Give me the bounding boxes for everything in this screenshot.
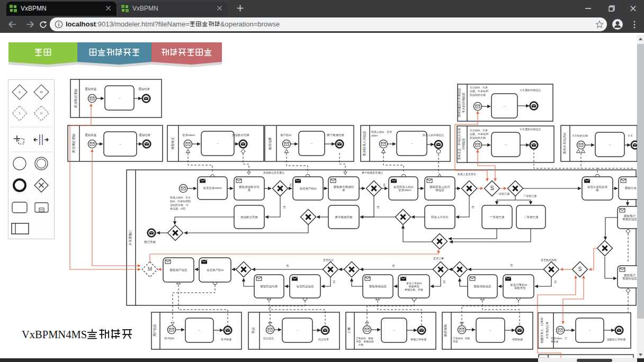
svg-text:通知快递: 通知快递 <box>85 87 97 91</box>
svg-text:火车票预订: 火车票预订 <box>128 230 132 246</box>
svg-text:--: -- <box>297 329 299 332</box>
svg-text:托运结果: 托运结果 <box>318 338 329 341</box>
svg-text:否: 否 <box>471 205 475 209</box>
svg-text:称: 称 <box>596 188 599 192</box>
svg-text:火车票的详细信息: 火车票的详细信息 <box>520 128 541 131</box>
svg-text:发送用户的id: 发送用户的id <box>207 268 223 272</box>
svg-text:用户快递: 用户快递 <box>220 338 231 341</box>
svg-text:车次的id、出发: 车次的id、出发 <box>470 86 488 89</box>
svg-text:发送登录token: 发送登录token <box>203 186 221 190</box>
svg-text:发日期、cfID: 发日期、cfID <box>170 207 185 211</box>
svg-text:联系人的详细信息: 联系人的详细信息 <box>423 133 444 137</box>
svg-text:订单的id、食物: 订单的id、食物 <box>355 337 373 340</box>
svg-text:否: 否 <box>286 264 289 268</box>
svg-text:否: 否 <box>283 205 286 209</box>
svg-text:否: 否 <box>377 205 380 209</box>
svg-text:日期、出发站和: 日期、出发站和 <box>470 132 488 136</box>
svg-text:创建的订单快递: 创建的订单快递 <box>607 338 625 341</box>
svg-text:获取出发: 获取出发 <box>625 186 637 190</box>
svg-text:发送取消通知: 发送取消通知 <box>74 89 78 108</box>
svg-text:果: 果 <box>248 188 251 192</box>
svg-text:登录token、订: 登录token、订 <box>551 337 567 340</box>
svg-text:果: 果 <box>342 188 345 192</box>
svg-text:身份验证: 身份验证 <box>171 137 175 150</box>
svg-text:是否订餐: 是否订餐 <box>433 257 444 260</box>
svg-text:类型、食物名称: 类型、食物名称 <box>356 340 374 343</box>
svg-text:查询联系人的信息: 查询联系人的信息 <box>362 131 366 156</box>
svg-text:是: 是 <box>554 280 557 284</box>
svg-text:、价格: 、价格 <box>356 343 364 347</box>
svg-text:是: 是 <box>289 183 292 187</box>
svg-text:获取用户信息: 获取用户信息 <box>170 268 188 272</box>
svg-text:保险快递: 保险快递 <box>512 338 523 341</box>
svg-text:--: -- <box>393 329 395 332</box>
svg-text:用户的id: 用户的id <box>164 337 174 340</box>
svg-text:达站的名称、出: 达站的名称、出 <box>170 203 189 207</box>
svg-text:、保险类型: 、保险类型 <box>511 286 526 289</box>
svg-text:--: -- <box>489 329 491 332</box>
svg-text:--: -- <box>119 142 121 146</box>
svg-text:获取食物信息: 获取食物信息 <box>369 285 387 288</box>
svg-text:火车站的名称: 火车站的名称 <box>572 134 588 138</box>
svg-text:是: 是 <box>443 280 446 284</box>
svg-text:查询匹配的火车票信息: 查询匹配的火车票信息 <box>458 88 461 117</box>
svg-text:火车票的详细信息: 火车票的详细信息 <box>520 88 541 92</box>
svg-text:--: -- <box>504 104 506 107</box>
svg-text:发送用户的id: 发送用户的id <box>300 187 317 191</box>
svg-text:身份验证结果: 身份验证结果 <box>232 133 250 137</box>
svg-text:单快递: 单快递 <box>550 340 559 343</box>
svg-text:食物名称、价格: 食物名称、价格 <box>405 288 423 292</box>
svg-text:身份验证是否通过: 身份验证是否通过 <box>263 171 284 175</box>
svg-text:否: 否 <box>392 264 395 268</box>
svg-text:食物订单快递: 食物订单快递 <box>410 338 426 341</box>
svg-text:订餐: 订餐 <box>347 327 351 333</box>
svg-text:车票的信息: 车票的信息 <box>622 218 637 221</box>
svg-text:详细信息: 详细信息 <box>462 138 466 150</box>
svg-text:购买保险: 购买保险 <box>443 324 448 337</box>
svg-text:查询直达、中转的火车票: 查询直达、中转的火车票 <box>458 128 461 160</box>
svg-text:车票的信息: 车票的信息 <box>622 277 637 280</box>
svg-text:--: -- <box>411 142 413 145</box>
svg-text:火车票的订单: 火车票的订单 <box>545 321 549 339</box>
svg-text:车次的详细信息: 车次的详细信息 <box>462 92 466 113</box>
svg-text:到达站的名称: 到达站的名称 <box>470 93 486 97</box>
svg-text:是否托运: 是否托运 <box>323 258 334 262</box>
svg-text:一等座已满: 一等座已满 <box>496 192 509 196</box>
svg-text:联系人是否存在: 联系人是否存在 <box>458 173 476 176</box>
svg-text:--: -- <box>609 143 611 146</box>
svg-text:发送绑定通知: 发送绑定通知 <box>71 134 76 153</box>
svg-text:--: -- <box>199 329 201 332</box>
svg-text:联系人的id、登录: 联系人的id、登录 <box>371 130 392 134</box>
svg-text:细信息: 细信息 <box>435 188 444 192</box>
svg-text:类型: 类型 <box>453 340 458 343</box>
svg-text:通知快递: 通知快递 <box>85 133 97 137</box>
svg-text:联系人的id、车次: 联系人的id、车次 <box>170 196 191 200</box>
svg-text:购车结果: 购车结果 <box>268 137 272 150</box>
svg-text:通知结果: 通知结果 <box>139 133 151 137</box>
svg-text:的id、出发站和到: 的id、出发站和到 <box>170 200 191 203</box>
svg-text:用户信息: 用户信息 <box>153 324 157 337</box>
svg-text:否: 否 <box>510 264 513 267</box>
svg-text:是: 是 <box>333 280 336 284</box>
svg-text:登录token: 登录token <box>182 133 195 137</box>
svg-text:获取保险信息: 获取保险信息 <box>474 285 492 288</box>
svg-text:--: -- <box>589 329 591 332</box>
svg-text:发送托运信息: 发送托运信息 <box>297 285 315 288</box>
svg-text:二等座已满: 二等座已满 <box>523 194 536 198</box>
svg-text:到达站的名称: 到达站的名称 <box>470 136 486 140</box>
svg-text:火车: 火车 <box>628 134 633 137</box>
svg-text:通知结果: 通知结果 <box>138 87 150 91</box>
svg-text:用户的id: 用户的id <box>280 133 291 137</box>
svg-text:token: token <box>371 134 378 137</box>
svg-text:联系人不存在: 联系人不存在 <box>431 215 449 219</box>
svg-text:身份验证失败: 身份验证失败 <box>240 215 258 219</box>
svg-text:查询火车站的id: 查询火车站的id <box>562 133 567 155</box>
svg-text:--: -- <box>505 143 507 146</box>
svg-text:一等座已满: 一等座已满 <box>490 215 505 219</box>
svg-text:黄牛检测是否通过: 黄牛检测是否通过 <box>362 171 383 175</box>
svg-text:两个检测结果: 两个检测结果 <box>327 133 345 137</box>
svg-text:创建联系人、订单和: 创建联系人、订单和 <box>540 317 544 343</box>
svg-text:--: -- <box>119 96 121 99</box>
svg-text:--: -- <box>311 142 313 145</box>
svg-text:托运: 托运 <box>252 327 255 334</box>
